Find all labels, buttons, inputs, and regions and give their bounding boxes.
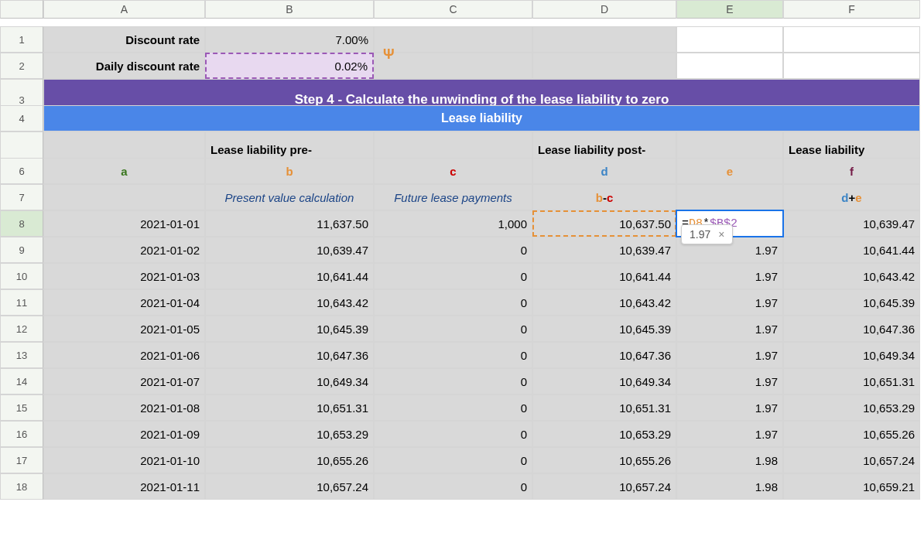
cell-F7[interactable]: d + e (783, 184, 920, 210)
row-header-1[interactable]: 1 (0, 26, 43, 53)
cell-F14[interactable]: 10,651.31 (783, 368, 920, 394)
cell-A2[interactable]: Daily discount rate (43, 53, 205, 79)
letter-c[interactable]: c (374, 158, 532, 184)
cell-C14[interactable]: 0 (374, 368, 532, 394)
cell-D10[interactable]: 10,641.44 (532, 263, 676, 289)
cell-F17[interactable]: 10,657.24 (783, 447, 920, 473)
cell-E13[interactable]: 1.97 (676, 342, 783, 368)
cell-F11[interactable]: 10,645.39 (783, 289, 920, 316)
cell-F13[interactable]: 10,649.34 (783, 342, 920, 368)
cell-E7[interactable] (676, 184, 783, 210)
cell-B18[interactable]: 10,657.24 (205, 473, 374, 500)
cell-C7[interactable]: Future lease payments (374, 184, 532, 210)
cell-D16[interactable]: 10,653.29 (532, 421, 676, 447)
cell-C17[interactable]: 0 (374, 447, 532, 473)
row-header-16[interactable]: 16 (0, 421, 43, 447)
col-header-E[interactable]: E (676, 0, 783, 19)
cell-B1[interactable]: 7.00% (205, 26, 374, 53)
cell-E10[interactable]: 1.97 (676, 263, 783, 289)
cell-C13[interactable]: 0 (374, 342, 532, 368)
row-header-7[interactable]: 7 (0, 184, 43, 210)
cell-A18[interactable]: 2021-01-11 (43, 473, 205, 500)
cell-E12[interactable]: 1.97 (676, 316, 783, 342)
cell-F8[interactable]: 10,639.47 (783, 210, 920, 237)
cell-D14[interactable]: 10,649.34 (532, 368, 676, 394)
cell-E16[interactable]: 1.97 (676, 421, 783, 447)
cell-B9[interactable]: 10,639.47 (205, 237, 374, 263)
cell-D9[interactable]: 10,639.47 (532, 237, 676, 263)
cell-B11[interactable]: 10,643.42 (205, 289, 374, 316)
cell-A10[interactable]: 2021-01-03 (43, 263, 205, 289)
cell-B10[interactable]: 10,641.44 (205, 263, 374, 289)
cell-A17[interactable]: 2021-01-10 (43, 447, 205, 473)
col-header-A[interactable]: A (43, 0, 205, 19)
row-header-6[interactable]: 6 (0, 158, 43, 184)
cell-A16[interactable]: 2021-01-09 (43, 421, 205, 447)
cell-F1[interactable] (783, 26, 920, 53)
cell-A8[interactable]: 2021-01-01 (43, 210, 205, 237)
row-header-11[interactable]: 11 (0, 289, 43, 316)
cell-B12[interactable]: 10,645.39 (205, 316, 374, 342)
row-header-18[interactable]: 18 (0, 473, 43, 500)
cell-C16[interactable]: 0 (374, 421, 532, 447)
cell-C2[interactable] (374, 53, 532, 79)
row-header-13[interactable]: 13 (0, 342, 43, 368)
cell-E15[interactable]: 1.97 (676, 394, 783, 421)
cell-D17[interactable]: 10,655.26 (532, 447, 676, 473)
cell-C1[interactable] (374, 26, 532, 53)
cell-B13[interactable]: 10,647.36 (205, 342, 374, 368)
spreadsheet-grid[interactable]: A B C D E F 1 Discount rate 7.00% 2 Dail… (0, 0, 924, 500)
row-header-9[interactable]: 9 (0, 237, 43, 263)
cell-E18[interactable]: 1.98 (676, 473, 783, 500)
col-header-B[interactable]: B (205, 0, 374, 19)
cell-C18[interactable]: 0 (374, 473, 532, 500)
row-header-12[interactable]: 12 (0, 316, 43, 342)
row-header-8[interactable]: 8 (0, 210, 43, 237)
cell-A11[interactable]: 2021-01-04 (43, 289, 205, 316)
letter-d[interactable]: d (532, 158, 676, 184)
letter-a[interactable]: a (43, 158, 205, 184)
row-header-10[interactable]: 10 (0, 263, 43, 289)
tooltip-close[interactable]: × (718, 228, 724, 241)
cell-F12[interactable]: 10,647.36 (783, 316, 920, 342)
cell-C10[interactable]: 0 (374, 263, 532, 289)
cell-C9[interactable]: 0 (374, 237, 532, 263)
cell-E17[interactable]: 1.98 (676, 447, 783, 473)
col-header-F[interactable]: F (783, 0, 920, 19)
cell-B14[interactable]: 10,649.34 (205, 368, 374, 394)
cell-E11[interactable]: 1.97 (676, 289, 783, 316)
row-header-17[interactable]: 17 (0, 447, 43, 473)
cell-D2[interactable] (532, 53, 676, 79)
cell-A13[interactable]: 2021-01-06 (43, 342, 205, 368)
cell-A1[interactable]: Discount rate (43, 26, 205, 53)
cell-C8[interactable]: 1,000 (374, 210, 532, 237)
cell-B16[interactable]: 10,653.29 (205, 421, 374, 447)
cell-B17[interactable]: 10,655.26 (205, 447, 374, 473)
cell-F16[interactable]: 10,655.26 (783, 421, 920, 447)
cell-A9[interactable]: 2021-01-02 (43, 237, 205, 263)
cell-D15[interactable]: 10,651.31 (532, 394, 676, 421)
cell-C11[interactable]: 0 (374, 289, 532, 316)
col-header-D[interactable]: D (532, 0, 676, 19)
cell-A12[interactable]: 2021-01-05 (43, 316, 205, 342)
cell-A15[interactable]: 2021-01-08 (43, 394, 205, 421)
cell-D18[interactable]: 10,657.24 (532, 473, 676, 500)
cell-E2[interactable] (676, 53, 783, 79)
cell-F9[interactable]: 10,641.44 (783, 237, 920, 263)
cell-F18[interactable]: 10,659.21 (783, 473, 920, 500)
cell-E1[interactable] (676, 26, 783, 53)
row-header-14[interactable]: 14 (0, 368, 43, 394)
lease-liability-banner[interactable]: Lease liability (43, 105, 920, 131)
letter-f[interactable]: f (783, 158, 920, 184)
cell-B8[interactable]: 11,637.50 (205, 210, 374, 237)
col-header-C[interactable]: C (374, 0, 532, 19)
cell-A7[interactable] (43, 184, 205, 210)
cell-D12[interactable]: 10,645.39 (532, 316, 676, 342)
cell-E14[interactable]: 1.97 (676, 368, 783, 394)
cell-A14[interactable]: 2021-01-07 (43, 368, 205, 394)
cell-D7[interactable]: b - c (532, 184, 676, 210)
cell-C15[interactable]: 0 (374, 394, 532, 421)
cell-B15[interactable]: 10,651.31 (205, 394, 374, 421)
cell-D13[interactable]: 10,647.36 (532, 342, 676, 368)
cell-D8[interactable]: 10,637.50 (532, 210, 676, 237)
